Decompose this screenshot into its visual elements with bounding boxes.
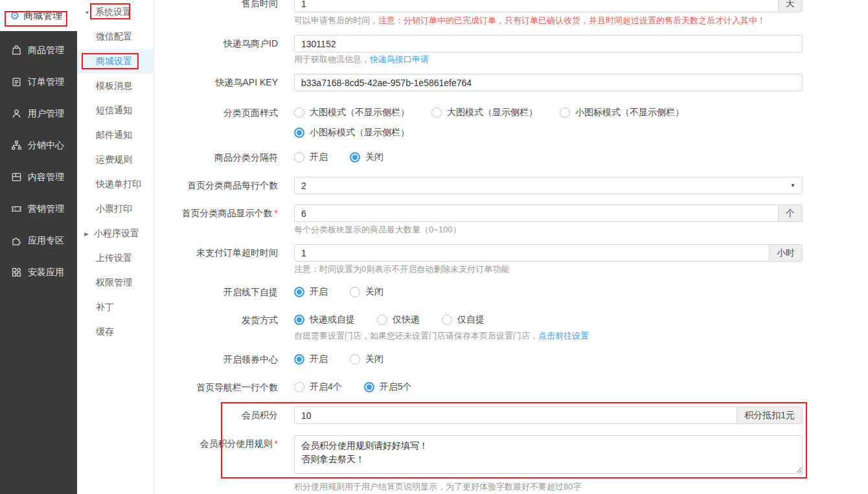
- submenu-group-miniprogram[interactable]: ▶ 小程序设置: [77, 221, 154, 246]
- caret-right-icon: ▶: [84, 231, 89, 237]
- submenu-item-shipping-rules[interactable]: 运费规则: [77, 148, 154, 172]
- submenu-item-label: 缓存: [96, 326, 114, 338]
- submenu-item-template-message[interactable]: 模板消息: [77, 74, 154, 98]
- sidebar-item-users[interactable]: 用户管理: [0, 98, 77, 129]
- sidebar-item-goods[interactable]: 商品管理: [0, 34, 77, 66]
- kdn-api-key-input[interactable]: [294, 74, 803, 91]
- sidebar-item-install[interactable]: 安装应用: [0, 256, 77, 288]
- radio-nav-5[interactable]: 开启5个: [364, 381, 412, 393]
- per-row-count-select[interactable]: 2: [294, 177, 803, 194]
- marketing-ticket-icon: [11, 203, 22, 214]
- submenu-item-email-notify[interactable]: 邮件通知: [77, 123, 154, 148]
- sidebar-title: 商城管理: [23, 10, 62, 22]
- sidebar-item-marketing[interactable]: 营销管理: [0, 193, 77, 225]
- mall-settings-form: 售后时间 天 可以申请售后的时间，注意：分销订单中的已完成订单，只有订单已确认收…: [154, 0, 868, 493]
- field-label: 分类页面样式: [154, 107, 294, 139]
- submenu-item-label: 运费规则: [96, 154, 132, 166]
- field-label: 快递鸟商户ID: [154, 35, 294, 65]
- settings-form-panel: 售后时间 天 可以申请售后的时间，注意：分销订单中的已完成订单，只有订单已确认收…: [154, 0, 868, 494]
- caret-down-icon: ▼: [84, 10, 90, 16]
- radio-icon: [294, 107, 304, 118]
- radio-big-with-sidebar[interactable]: 大图模式（显示侧栏）: [431, 107, 538, 118]
- sidebar-item-label: 分销中心: [28, 140, 64, 152]
- submenu-item-sms-notify[interactable]: 短信通知: [77, 98, 154, 123]
- field-label: 开启线下自提: [154, 286, 294, 298]
- field-label: 开启领券中心: [154, 354, 294, 365]
- radio-big-no-sidebar[interactable]: 大图模式（不显示侧栏）: [294, 107, 409, 118]
- radio-icon: [294, 382, 304, 392]
- submenu-item-cache[interactable]: 缓存: [77, 320, 154, 344]
- radio-icon-checked: [294, 128, 304, 138]
- primary-menu: 商品管理 订单管理 用户管理 分销中心 内容管理 营销管理: [0, 31, 77, 494]
- after-sale-time-input[interactable]: [294, 0, 779, 12]
- points-rule-textarea[interactable]: 会员积分使用规则请好好填写！ 否则拿去祭天！: [294, 435, 803, 474]
- submenu-item-mall-settings[interactable]: 商城设置: [77, 49, 154, 74]
- radio-small-no-sidebar[interactable]: 小图标模式（不显示侧栏）: [560, 107, 684, 118]
- radio-pickup-on[interactable]: 开启: [294, 286, 328, 298]
- radio-icon-checked: [364, 382, 374, 392]
- unpaid-timeout-input[interactable]: [294, 244, 770, 262]
- kdn-merchant-id-input[interactable]: [294, 35, 803, 52]
- unit-addon-count: 个: [779, 205, 803, 222]
- field-label: 商品分类分隔符: [154, 152, 294, 163]
- radio-nav-4[interactable]: 开启4个: [294, 381, 342, 393]
- submenu-item-label: 权限管理: [96, 277, 132, 289]
- form-row-unpaid-timeout: 未支付订单超时时间 小时 注意：时间设置为0则表示不开启自动删除未支付订单功能: [154, 244, 868, 275]
- form-row-delivery-method: 发货方式 快递或自提 仅快递 仅自提 自提需要设置门店，如果您还未设置门店请保存…: [154, 314, 868, 342]
- submenu-item-label: 邮件通知: [96, 129, 132, 141]
- submenu-item-label: 快递单打印: [96, 179, 141, 190]
- required-asterisk: *: [275, 208, 278, 218]
- submenu-item-wechat-config[interactable]: 微信配置: [77, 25, 154, 49]
- display-count-input[interactable]: [294, 205, 779, 222]
- sidebar-item-label: 用户管理: [28, 108, 64, 120]
- form-row-after-sale-time: 售后时间 天 可以申请售后的时间，注意：分销订单中的已完成订单，只有订单已确认收…: [154, 0, 868, 27]
- radio-coupon-off[interactable]: 关闭: [350, 354, 383, 365]
- radio-coupon-on[interactable]: 开启: [294, 354, 328, 365]
- form-row-kdn-api-key: 快递鸟API KEY: [154, 74, 868, 91]
- radio-express-or-pickup[interactable]: 快递或自提: [294, 314, 355, 326]
- radio-icon: [350, 287, 360, 297]
- radio-separator-off[interactable]: 关闭: [350, 152, 383, 163]
- unit-addon-hours: 小时: [770, 244, 803, 262]
- form-row-per-row-count: 首页分类商品每行个数 2 ▼: [154, 177, 868, 194]
- submenu-item-label: 商城设置: [96, 56, 132, 67]
- field-label: 首页分类商品每行个数: [154, 177, 294, 194]
- radio-small-with-sidebar[interactable]: 小图标模式（显示侧栏）: [294, 127, 409, 139]
- install-grid-icon: [11, 267, 22, 278]
- store-setup-link[interactable]: 点击前往设置: [538, 331, 589, 341]
- help-text: 自提需要设置门店，如果您还未设置门店请保存本页后设置门店，点击前往设置: [294, 330, 803, 342]
- sidebar-item-label: 安装应用: [28, 267, 64, 278]
- sidebar-header[interactable]: ⚙ 商城管理: [0, 0, 77, 31]
- radio-icon-checked: [350, 152, 360, 163]
- submenu-item-receipt-print[interactable]: 小票打印: [77, 197, 154, 221]
- app-puzzle-icon: [11, 235, 22, 246]
- submenu-group-system-settings[interactable]: ▼ 系统设置: [77, 0, 154, 25]
- sidebar-item-distribution[interactable]: 分销中心: [0, 129, 77, 161]
- help-text: 注意：时间设置为0则表示不开启自动删除未支付订单功能: [294, 264, 803, 275]
- radio-pickup-off[interactable]: 关闭: [350, 286, 383, 298]
- sidebar-item-label: 应用专区: [28, 235, 64, 247]
- radio-icon-checked: [294, 315, 304, 325]
- sidebar-item-content[interactable]: 内容管理: [0, 161, 77, 193]
- kdn-apply-link[interactable]: 快递鸟接口申请: [370, 54, 429, 64]
- member-points-input[interactable]: [294, 407, 737, 424]
- radio-separator-on[interactable]: 开启: [294, 152, 328, 163]
- help-text: 用于获取物流信息，快递鸟接口申请: [294, 54, 803, 65]
- required-asterisk: *: [275, 438, 278, 449]
- sidebar-item-apps[interactable]: 应用专区: [0, 225, 77, 256]
- submenu-item-label: 系统设置: [95, 6, 131, 18]
- submenu-item-upload-settings[interactable]: 上传设置: [77, 246, 154, 271]
- radio-pickup-only[interactable]: 仅自提: [442, 314, 485, 326]
- sidebar-item-orders[interactable]: 订单管理: [0, 66, 77, 98]
- field-label: 发货方式: [154, 314, 294, 342]
- radio-icon: [431, 107, 442, 118]
- field-label: 首页分类商品显示个数*: [154, 205, 294, 236]
- submenu-item-patch[interactable]: 补丁: [77, 295, 154, 320]
- field-label: 快递鸟API KEY: [154, 74, 294, 91]
- primary-sidebar: ⚙ 商城管理 商品管理 订单管理 用户管理 分销中心 内容管理: [0, 0, 77, 494]
- radio-icon: [442, 315, 452, 325]
- submenu-item-label: 补丁: [96, 302, 114, 313]
- radio-express-only[interactable]: 仅快递: [377, 314, 420, 326]
- submenu-item-waybill-print[interactable]: 快递单打印: [77, 172, 154, 197]
- submenu-item-permissions[interactable]: 权限管理: [77, 271, 154, 295]
